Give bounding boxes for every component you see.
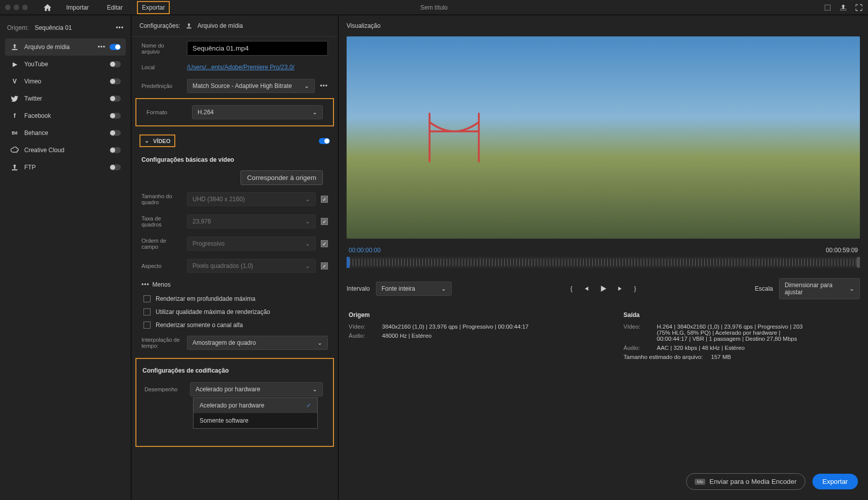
dest-toggle[interactable] <box>110 113 121 119</box>
max-quality-checkbox[interactable] <box>143 308 151 315</box>
field-order-match-checkbox[interactable] <box>321 240 328 247</box>
origin-value[interactable]: Sequência 01 <box>35 24 72 31</box>
dest-media-file[interactable]: Arquivo de mídia ••• <box>5 38 126 56</box>
origin-video-value: 3840x2160 (1,0) | 23,976 qps | Progressi… <box>382 324 528 330</box>
behance-icon: Bē <box>10 128 19 138</box>
dest-toggle[interactable] <box>110 164 121 170</box>
perf-option-hardware[interactable]: Acelerado por hardware✓ <box>194 398 317 413</box>
preset-select[interactable]: Match Source - Adaptive High Bitrate⌄ <box>187 79 315 93</box>
set-in-icon[interactable]: { <box>570 285 572 292</box>
top-menu: Importar Editar Exportar <box>62 1 170 14</box>
format-highlight: FormatoH.264⌄ <box>135 98 334 126</box>
document-title: Sem título <box>420 4 448 11</box>
preset-more-icon[interactable]: ••• <box>320 82 328 89</box>
scale-select[interactable]: Dimensionar para ajustar⌄ <box>779 278 860 299</box>
info-section: Origem Vídeo:3840x2160 (1,0) | 23,976 qp… <box>339 304 868 370</box>
more-dots-icon: ••• <box>141 281 150 288</box>
step-back-icon[interactable] <box>582 285 590 293</box>
dest-behance[interactable]: BēBehance <box>5 124 126 142</box>
menu-export[interactable]: Exportar <box>137 1 170 14</box>
frame-size-match-checkbox[interactable] <box>321 196 328 203</box>
time-interp-select[interactable]: Amostragem de quadro⌄ <box>187 336 328 350</box>
menu-edit[interactable]: Editar <box>103 2 127 13</box>
title-actions <box>824 4 863 12</box>
vimeo-icon: V <box>10 77 19 86</box>
frame-rate-select[interactable]: 23,976⌄ <box>187 214 316 229</box>
video-section-title: VÍDEO <box>153 138 170 144</box>
settings-label: Configurações: <box>139 22 180 29</box>
dest-more-icon[interactable]: ••• <box>98 43 106 51</box>
out-point-handle[interactable] <box>857 257 860 268</box>
origin-info-head: Origem <box>349 311 583 319</box>
media-file-icon <box>10 42 19 52</box>
dest-toggle[interactable] <box>110 147 121 153</box>
encoding-highlight: Configurações de codificação DesempenhoA… <box>135 358 334 447</box>
chevron-down-icon[interactable]: ⌄ <box>144 138 149 144</box>
dest-vimeo[interactable]: VVimeo <box>5 73 126 90</box>
facebook-icon: f <box>10 111 19 120</box>
alpha-label: Renderizar somente o canal alfa <box>156 322 243 329</box>
field-order-label: Ordem de campo <box>141 238 182 250</box>
dest-toggle[interactable] <box>110 78 121 84</box>
dest-toggle[interactable] <box>110 96 121 102</box>
close-window[interactable] <box>5 5 11 10</box>
max-depth-checkbox[interactable] <box>143 295 151 302</box>
filename-input[interactable] <box>187 41 328 56</box>
share-icon[interactable] <box>839 4 847 12</box>
dest-youtube[interactable]: ▶YouTube <box>5 56 126 73</box>
interval-select[interactable]: Fonte inteira⌄ <box>376 282 452 296</box>
basic-video-header: Configurações básicas de vídeo <box>131 152 338 167</box>
menu-import[interactable]: Importar <box>62 2 93 13</box>
less-button[interactable]: Menos <box>153 281 171 288</box>
chevron-down-icon: ⌄ <box>312 109 317 116</box>
origin-more-icon[interactable]: ••• <box>116 24 124 31</box>
quick-export-icon[interactable] <box>824 4 832 12</box>
perf-option-software[interactable]: Somente software <box>194 413 317 428</box>
interval-label: Intervalo <box>347 285 370 292</box>
match-source-button[interactable]: Corresponder à origem <box>240 170 323 185</box>
dest-toggle[interactable] <box>110 130 121 136</box>
aspect-select[interactable]: Pixels quadrados (1,0)⌄ <box>187 259 316 273</box>
send-to-encoder-button[interactable]: MeEnviar para o Media Encoder <box>686 473 805 490</box>
preview-image[interactable] <box>347 36 860 239</box>
preview-panel: Visualização 00:00:00:0000:00:59:09 Inte… <box>339 15 868 500</box>
set-out-icon[interactable]: } <box>634 285 636 292</box>
fullscreen-icon[interactable] <box>855 4 863 12</box>
maximize-window[interactable] <box>22 5 28 10</box>
play-icon[interactable] <box>599 284 608 293</box>
field-order-select[interactable]: Progressivo⌄ <box>187 237 316 251</box>
svg-rect-2 <box>12 49 18 50</box>
format-select[interactable]: H.264⌄ <box>192 105 323 119</box>
ftp-icon <box>10 163 19 172</box>
dest-twitter[interactable]: Twitter <box>5 90 126 107</box>
step-forward-icon[interactable] <box>617 285 625 293</box>
frame-size-select[interactable]: UHD (3840 x 2160)⌄ <box>187 192 316 206</box>
preset-label: Predefinição <box>141 83 182 89</box>
dest-ftp[interactable]: FTP <box>5 159 126 176</box>
frame-rate-match-checkbox[interactable] <box>321 218 328 225</box>
dest-label: Vimeo <box>24 78 41 85</box>
home-icon[interactable] <box>43 3 52 12</box>
export-button[interactable]: Exportar <box>812 474 858 489</box>
alpha-checkbox[interactable] <box>143 322 151 329</box>
location-label: Local <box>141 64 182 70</box>
dest-toggle[interactable] <box>110 44 121 50</box>
me-badge-icon: Me <box>695 479 705 485</box>
output-audio-value: AAC | 320 kbps | 48 kHz | Estéreo <box>657 345 745 351</box>
video-toggle[interactable] <box>319 138 330 144</box>
dest-label: YouTube <box>24 61 48 68</box>
chevron-down-icon: ⌄ <box>304 82 309 89</box>
aspect-match-checkbox[interactable] <box>321 262 328 269</box>
performance-select[interactable]: Acelerado por hardware⌄ <box>190 382 323 396</box>
location-link[interactable]: /Users/...ents/Adobe/Premiere Pro/23.0/ <box>187 64 295 71</box>
timeline-ruler[interactable] <box>347 257 860 268</box>
origin-audio-key: Áudio: <box>349 333 374 339</box>
svg-rect-1 <box>841 9 846 10</box>
dest-toggle[interactable] <box>110 61 121 67</box>
format-label: Formato <box>147 109 187 115</box>
dest-creative-cloud[interactable]: Creative Cloud <box>5 142 126 159</box>
dest-facebook[interactable]: fFacebook <box>5 107 126 124</box>
media-icon <box>185 22 192 29</box>
minimize-window[interactable] <box>14 5 19 10</box>
filename-label: Nome do arquivo <box>141 42 182 55</box>
